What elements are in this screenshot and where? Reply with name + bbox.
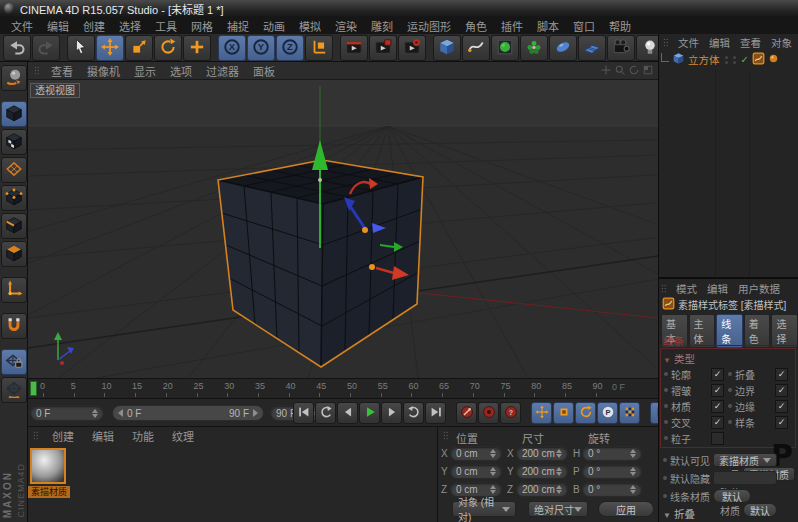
timeline-ruler[interactable]: 0510152025303540455055606570758085900 F	[28, 378, 658, 398]
coord-stepper[interactable]	[490, 485, 496, 494]
render-visibility-toggle[interactable]	[733, 56, 736, 64]
material-thumbnail[interactable]	[30, 448, 66, 484]
sketch-style-tag[interactable]	[752, 52, 765, 67]
om-menu-item-1[interactable]: 编辑	[704, 35, 735, 50]
frame-stepper[interactable]	[92, 409, 98, 418]
add-subdivision-surface-button[interactable]	[491, 35, 519, 61]
play-backwards-button[interactable]	[315, 402, 336, 424]
attribute-row-dropdown[interactable]: 素描材质	[713, 453, 777, 467]
coord-r-field[interactable]: 0 °	[582, 482, 642, 497]
cube-object-icon[interactable]	[672, 52, 685, 67]
go-to-end-button[interactable]	[425, 402, 446, 424]
am-menu-item-1[interactable]: 编辑	[702, 281, 733, 296]
viewport-menu-item-2[interactable]: 显示	[127, 63, 163, 79]
viewport-label[interactable]: 透视视图	[30, 83, 80, 98]
menu-item-10[interactable]: 雕刻	[364, 17, 400, 35]
coord-r-field[interactable]: 0 °	[582, 464, 642, 479]
line-type-checkbox[interactable]: ✓	[711, 400, 724, 413]
scale-button[interactable]	[125, 35, 153, 61]
material-menu-item-2[interactable]: 功能	[123, 428, 163, 444]
editor-visibility-toggle[interactable]	[725, 56, 728, 64]
lock-z-axis-button[interactable]: Z	[276, 35, 304, 61]
coord-p-field[interactable]: 0 cm	[450, 464, 502, 479]
viewport-maximize-icon[interactable]	[642, 64, 654, 78]
line-type-checkbox[interactable]: ✓	[711, 368, 724, 381]
make-editable-button[interactable]	[1, 65, 27, 91]
materials-grip-icon[interactable]	[31, 430, 42, 441]
points-mode-button[interactable]	[1, 185, 27, 211]
play-loop-button[interactable]	[403, 402, 424, 424]
am-menu-item-0[interactable]: 模式	[671, 281, 702, 296]
coord-stepper[interactable]	[630, 485, 636, 494]
texture-mode-button[interactable]	[1, 129, 27, 155]
fold-group-header[interactable]: ▼折叠	[663, 506, 695, 521]
frame-range-slider[interactable]: 0 F 90 F	[112, 405, 264, 421]
line-type-checkbox[interactable]: ✓	[775, 384, 788, 397]
render-settings-button[interactable]	[398, 35, 426, 61]
current-frame-field[interactable]: 0 F	[30, 405, 104, 421]
apply-button[interactable]: 应用	[598, 501, 654, 517]
autokeying-button[interactable]	[478, 402, 499, 424]
phong-tag[interactable]	[768, 53, 779, 66]
coord-p-field[interactable]: 0 cm	[450, 446, 502, 461]
menu-item-16[interactable]: 帮助	[602, 17, 638, 35]
go-to-start-button[interactable]	[293, 402, 314, 424]
rotate-button[interactable]	[154, 35, 182, 61]
line-type-checkbox[interactable]: ✓	[775, 368, 788, 381]
menu-item-9[interactable]: 渲染	[328, 17, 364, 35]
lock-y-axis-button[interactable]: Y	[247, 35, 275, 61]
enable-axis-button[interactable]	[1, 277, 27, 303]
timeline-playhead[interactable]	[30, 381, 37, 396]
menu-item-1[interactable]: 编辑	[40, 17, 76, 35]
lock-x-axis-button[interactable]: X	[218, 35, 246, 61]
menu-item-2[interactable]: 创建	[76, 17, 112, 35]
menu-item-11[interactable]: 运动图形	[400, 17, 458, 35]
redo-button[interactable]	[32, 35, 60, 61]
coord-r-field[interactable]: 0 °	[582, 446, 642, 461]
coordinate-system-button[interactable]	[305, 35, 333, 61]
live-selection-button[interactable]	[67, 35, 95, 61]
menu-item-8[interactable]: 模拟	[292, 17, 328, 35]
perspective-viewport[interactable]: 查看摄像机显示选项过滤器面板 透视视图	[28, 62, 658, 378]
viewport-rotate-icon[interactable]	[628, 64, 640, 78]
coord-stepper[interactable]	[630, 449, 636, 458]
coordinate-mode-dropdown[interactable]: 对象 (相对)	[452, 501, 516, 517]
coordinates-grip-icon[interactable]	[441, 430, 452, 441]
coord-s-field[interactable]: 200 cm	[516, 446, 568, 461]
type-group-header[interactable]: ▼类型	[663, 351, 695, 366]
key-parameter-button[interactable]: P	[597, 402, 618, 424]
size-mode-dropdown[interactable]: 绝对尺寸	[528, 501, 588, 517]
line-type-checkbox[interactable]: ✓	[711, 416, 724, 429]
add-spline-button[interactable]	[462, 35, 490, 61]
material-name[interactable]: 素描材质	[28, 486, 70, 498]
panel-splitter[interactable]	[659, 277, 798, 279]
material-menu-item-3[interactable]: 纹理	[163, 428, 203, 444]
om-menu-item-2[interactable]: 查看	[735, 35, 766, 50]
coord-s-field[interactable]: 200 cm	[516, 482, 568, 497]
attribute-row-button[interactable]: 默认	[713, 489, 751, 503]
menu-item-4[interactable]: 工具	[148, 17, 184, 35]
menu-item-5[interactable]: 网格	[184, 17, 220, 35]
viewport-pan-icon[interactable]	[600, 64, 612, 78]
line-type-checkbox[interactable]: ✓	[775, 400, 788, 413]
gizmo-handle-2[interactable]	[369, 264, 375, 270]
gizmo-handle-1[interactable]	[362, 227, 368, 233]
model-mode-button[interactable]	[1, 101, 27, 127]
workplane-snap-button[interactable]	[1, 349, 27, 375]
coord-stepper[interactable]	[630, 467, 636, 476]
play-forwards-button[interactable]	[359, 402, 380, 424]
object-manager-grip-icon[interactable]	[661, 37, 672, 48]
workplane-mode-button[interactable]	[1, 157, 27, 183]
add-floor-button[interactable]	[578, 35, 606, 61]
menu-item-6[interactable]: 捕捉	[220, 17, 256, 35]
om-menu-item-0[interactable]: 文件	[673, 35, 704, 50]
coord-stepper[interactable]	[556, 449, 562, 458]
coord-stepper[interactable]	[490, 467, 496, 476]
object-name[interactable]: 立方体	[688, 52, 720, 67]
coord-s-field[interactable]: 200 cm	[516, 464, 568, 479]
viewport-menu-item-5[interactable]: 面板	[246, 63, 282, 79]
next-frame-button[interactable]	[381, 402, 402, 424]
coord-stepper[interactable]	[556, 485, 562, 494]
key-rotation-button[interactable]	[575, 402, 596, 424]
material-menu-item-0[interactable]: 创建	[43, 428, 83, 444]
